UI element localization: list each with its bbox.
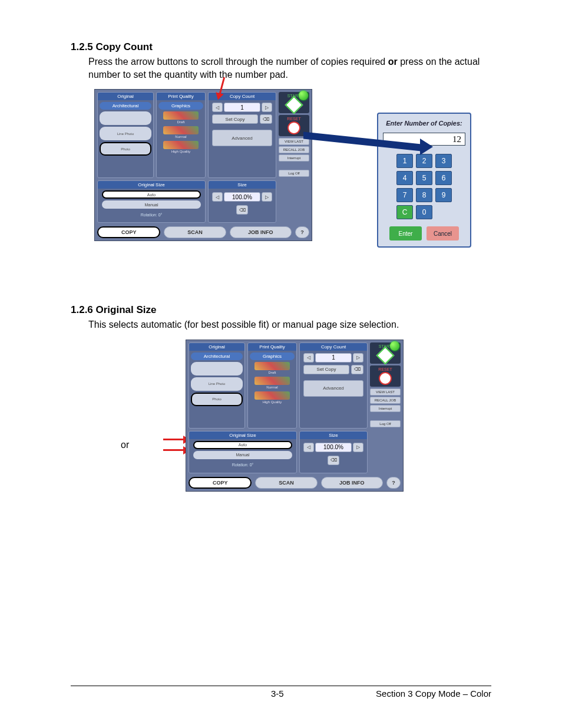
quality-draft[interactable]: Draft (158, 111, 203, 124)
numpad-key-4[interactable]: 4 (396, 171, 413, 185)
original-thumb-3[interactable]: Photo (100, 142, 151, 156)
panel2-size-value[interactable]: 100.0% (315, 443, 352, 452)
panel2-set-copy-clear[interactable]: ⌫ (351, 365, 363, 374)
panel2-count-dec[interactable]: ◁ (303, 353, 314, 363)
quality-high[interactable]: High Quality (158, 141, 203, 154)
panel2-advanced[interactable]: Advanced (303, 380, 363, 397)
touchpanel-2: Original Architectural Line Photo Photo … (186, 340, 404, 492)
numpad-key-clear[interactable]: C (396, 205, 413, 219)
quality-header: Print Quality (157, 93, 205, 100)
set-copy-clear-button[interactable]: ⌫ (260, 114, 272, 124)
panel2-copy-count: Copy Count ◁ 1 ▷ Set Copy ⌫ Advanced (299, 342, 368, 429)
panel2-reset-button[interactable]: RESET (370, 365, 401, 387)
help-button[interactable]: ? (295, 226, 309, 238)
view-last-button[interactable]: VIEW LAST (279, 138, 309, 145)
osize-auto-button[interactable]: Auto (102, 190, 201, 199)
panel2-osize-auto[interactable]: Auto (193, 441, 292, 449)
panel2-original-subtab[interactable]: Architectural (191, 353, 243, 360)
numpad-key-6[interactable]: 6 (435, 171, 452, 185)
reset-button[interactable]: RESET (279, 115, 309, 136)
panel2-orig-thumb-3[interactable]: Photo (191, 393, 243, 406)
panel2-help[interactable]: ? (386, 477, 401, 489)
numpad-enter-button[interactable]: Enter (389, 226, 422, 241)
numpad-key-3[interactable]: 3 (435, 154, 452, 168)
body-original-size: This selects automatic (for best possibl… (88, 318, 491, 331)
original-subtab[interactable]: Architectural (100, 102, 151, 110)
original-thumb-1[interactable] (100, 111, 151, 125)
numpad-display[interactable]: 12 (383, 133, 465, 146)
numpad-key-7[interactable]: 7 (396, 188, 413, 202)
panel2-tab-copy[interactable]: COPY (189, 477, 252, 489)
panel2-original-size: Original Size Auto Manual Rotation: 0° (189, 431, 297, 473)
tab-copy[interactable]: COPY (97, 226, 160, 238)
panel2-side: START RESET VIEW LAST RECALL JOB Interru… (370, 342, 401, 429)
quality-subtab[interactable]: Graphics (158, 102, 203, 110)
body-copy-count-bold: or (388, 57, 398, 67)
panel2-size-dec[interactable]: ◁ (303, 443, 314, 452)
panel2-set-copy[interactable]: Set Copy (303, 365, 349, 374)
status-orb-icon-2 (390, 341, 399, 351)
original-header: Original (98, 93, 153, 100)
size-decrement-button[interactable]: ◁ (212, 192, 223, 202)
panel2-recall-job[interactable]: RECALL JOB (370, 397, 401, 404)
panel2-count-value[interactable]: 1 (315, 353, 352, 363)
panel2-quality: Print Quality Graphics Draft Normal High… (247, 342, 297, 429)
tab-job-info[interactable]: JOB INFO (230, 226, 292, 238)
panel-copy-count: Copy Count ◁ 1 ▷ Set Copy ⌫ Advanced (208, 92, 276, 178)
numpad-key-9[interactable]: 9 (435, 188, 452, 202)
panel-original-size: Original Size Auto Manual Rotation: 0° (97, 180, 206, 223)
panel2-quality-draft[interactable]: Draft (250, 362, 295, 375)
panel-original: Original Architectural Line Photo Photo (97, 92, 154, 178)
size-value[interactable]: 100.0% (224, 192, 260, 202)
count-increment-button[interactable]: ▷ (262, 103, 272, 112)
numpad-cancel-button[interactable]: Cancel (427, 226, 459, 241)
panel2-log-off[interactable]: Log Off (370, 420, 401, 427)
heading-original-size: 1.2.6 Original Size (71, 304, 491, 316)
body-copy-count: Press the arrow buttons to scroll throug… (88, 55, 491, 81)
panel2-size: Size ◁ 100.0% ▷ ⌫ (299, 431, 368, 473)
interrupt-button[interactable]: Interrupt (279, 154, 309, 162)
numpad-key-2[interactable]: 2 (416, 154, 432, 168)
quality-normal[interactable]: Normal (158, 126, 203, 139)
reset-icon (287, 121, 300, 134)
panel2-orig-thumb-2[interactable]: Line Photo (191, 377, 243, 391)
panel2-orig-thumb-1[interactable] (191, 362, 243, 375)
numpad-key-5[interactable]: 5 (416, 171, 432, 185)
panel2-osize-rotation: Rotation: 0° (193, 461, 292, 469)
osize-rotation-label: Rotation: 0° (102, 210, 201, 219)
panel2-osize-manual[interactable]: Manual (193, 451, 292, 459)
panel2-tab-job-info[interactable]: JOB INFO (321, 477, 383, 489)
osize-header: Original Size (98, 181, 205, 189)
touchpanel-1: Original Architectural Line Photo Photo … (94, 89, 312, 241)
recall-job-button[interactable]: RECALL JOB (279, 146, 309, 153)
original-thumb-2[interactable]: Line Photo (100, 127, 151, 140)
footer-page: 3-5 (271, 689, 284, 699)
count-value[interactable]: 1 (224, 103, 260, 112)
panel2-count-inc[interactable]: ▷ (353, 353, 363, 363)
heading-copy-count: 1.2.5 Copy Count (71, 41, 491, 53)
osize-manual-button[interactable]: Manual (102, 200, 201, 209)
numpad-title: Enter Number of Copies: (383, 120, 465, 127)
numpad-key-0[interactable]: 0 (416, 205, 432, 219)
advanced-button[interactable]: Advanced (212, 130, 272, 146)
tab-scan[interactable]: SCAN (164, 226, 226, 238)
numpad-key-8[interactable]: 8 (416, 188, 432, 202)
panel2-quality-subtab[interactable]: Graphics (250, 353, 295, 360)
count-decrement-button[interactable]: ◁ (212, 103, 223, 112)
panel-side: START RESET VIEW LAST RECALL JOB Interru… (279, 92, 309, 178)
panel2-size-inc[interactable]: ▷ (353, 443, 363, 452)
count-header: Copy Count (209, 93, 276, 100)
panel2-quality-high[interactable]: High Quality (250, 391, 295, 404)
size-increment-button[interactable]: ▷ (262, 192, 272, 202)
numpad-key-1[interactable]: 1 (396, 154, 413, 168)
panel2-tab-scan[interactable]: SCAN (255, 477, 317, 489)
panel2-view-last[interactable]: VIEW LAST (370, 388, 401, 396)
panel2-size-clear[interactable]: ⌫ (328, 456, 339, 465)
page-footer: 3-5 Section 3 Copy Mode – Color (71, 686, 491, 699)
set-copy-button[interactable]: Set Copy (212, 114, 258, 124)
body-copy-count-pre: Press the arrow buttons to scroll throug… (88, 57, 388, 67)
panel2-interrupt[interactable]: Interrupt (370, 405, 401, 412)
panel2-quality-normal[interactable]: Normal (250, 377, 295, 390)
log-off-button[interactable]: Log Off (279, 170, 309, 177)
size-clear-button[interactable]: ⌫ (236, 205, 248, 215)
